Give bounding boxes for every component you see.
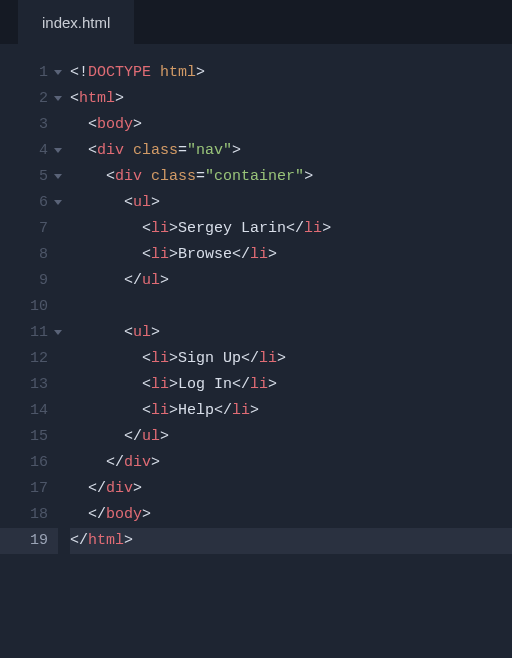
line-number: 14	[0, 398, 58, 424]
line-number: 10	[0, 294, 58, 320]
line-number: 8	[0, 242, 58, 268]
line-number: 4	[0, 138, 58, 164]
line-number: 5	[0, 164, 58, 190]
fold-icon[interactable]	[54, 330, 62, 335]
code-line: <li>Help</li>	[70, 398, 512, 424]
line-number: 15	[0, 424, 58, 450]
code-line: <li>Browse</li>	[70, 242, 512, 268]
line-number: 3	[0, 112, 58, 138]
code-line: </body>	[70, 502, 512, 528]
code-line: <li>Sergey Larin</li>	[70, 216, 512, 242]
line-number: 6	[0, 190, 58, 216]
fold-icon[interactable]	[54, 174, 62, 179]
fold-icon[interactable]	[54, 200, 62, 205]
code-line	[70, 294, 512, 320]
line-number: 19	[0, 528, 58, 554]
line-number: 9	[0, 268, 58, 294]
gutter: 1 2 3 4 5 6 7 8 9 10 11 12 13 14 15 16 1…	[0, 60, 58, 554]
tab-active[interactable]: index.html	[18, 0, 134, 44]
code-line: </div>	[70, 476, 512, 502]
code-editor[interactable]: 1 2 3 4 5 6 7 8 9 10 11 12 13 14 15 16 1…	[0, 44, 512, 554]
fold-icon[interactable]	[54, 96, 62, 101]
line-number: 16	[0, 450, 58, 476]
code-line: <html>	[70, 86, 512, 112]
code-line: </ul>	[70, 268, 512, 294]
code-line: </div>	[70, 450, 512, 476]
line-number: 13	[0, 372, 58, 398]
code-line: <div class="nav">	[70, 138, 512, 164]
code-line: <body>	[70, 112, 512, 138]
tab-bar: index.html	[0, 0, 512, 44]
line-number: 11	[0, 320, 58, 346]
line-number: 17	[0, 476, 58, 502]
line-number: 1	[0, 60, 58, 86]
line-number: 7	[0, 216, 58, 242]
line-number: 2	[0, 86, 58, 112]
fold-icon[interactable]	[54, 70, 62, 75]
code-line: </html>	[70, 528, 512, 554]
line-number: 18	[0, 502, 58, 528]
code-line: <ul>	[70, 320, 512, 346]
line-number: 12	[0, 346, 58, 372]
code-line: <li>Log In</li>	[70, 372, 512, 398]
code-line: <li>Sign Up</li>	[70, 346, 512, 372]
code-line: </ul>	[70, 424, 512, 450]
code-line: <ul>	[70, 190, 512, 216]
code-line: <!DOCTYPE html>	[70, 60, 512, 86]
fold-icon[interactable]	[54, 148, 62, 153]
code-area[interactable]: <!DOCTYPE html> <html> <body> <div class…	[58, 60, 512, 554]
code-line: <div class="container">	[70, 164, 512, 190]
